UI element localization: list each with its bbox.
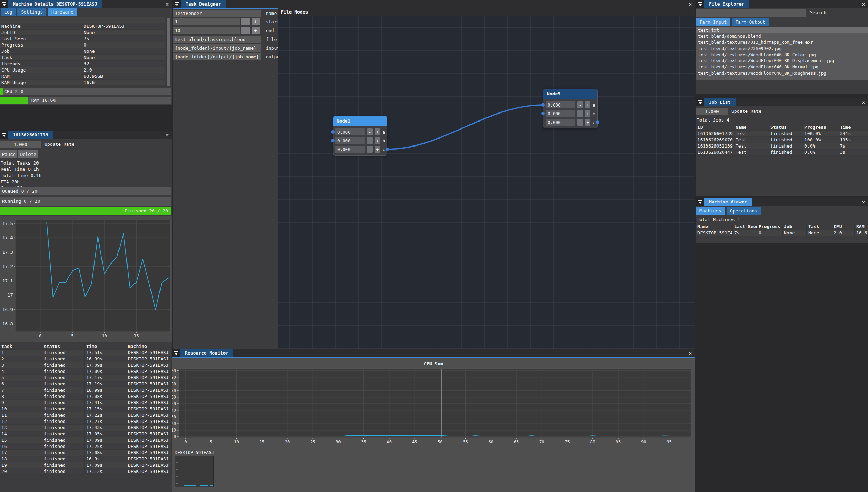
tab-machines[interactable]: Machines: [696, 207, 725, 215]
node-node5[interactable]: Node50.000-+a0.000-+b0.000-+c: [543, 89, 598, 128]
close-icon[interactable]: ✕: [859, 198, 868, 206]
machine-info-row[interactable]: Threads32: [0, 61, 165, 67]
machine-info-row[interactable]: Last Seen7s: [0, 36, 165, 42]
job-row[interactable]: 1613626269070Testfinished100.0%195s: [696, 137, 868, 143]
task-row[interactable]: 11finished17.22sDESKTOP-591EASJ: [0, 412, 172, 418]
panel-title[interactable]: 1613626601739: [8, 131, 53, 139]
file-item[interactable]: test.txt: [696, 27, 868, 33]
node-value-input[interactable]: 0.000: [335, 146, 365, 153]
machine-info-row[interactable]: JobNone: [0, 48, 165, 55]
field-output-input[interactable]: {node_folder}/output/{job_name}: [173, 53, 261, 60]
increment-button[interactable]: +: [585, 110, 591, 117]
increment-button[interactable]: +: [252, 18, 260, 25]
node-value-input[interactable]: 0.000: [546, 119, 575, 126]
node-value-input[interactable]: 0.000: [335, 137, 365, 144]
collapse-icon[interactable]: [696, 98, 704, 106]
update-rate-input[interactable]: 1.000: [0, 141, 41, 148]
search-input[interactable]: [696, 9, 806, 17]
field-name-input[interactable]: TestRender: [173, 10, 261, 17]
node-value-input[interactable]: 0.000: [546, 110, 575, 117]
machine-info-row[interactable]: Progress0: [0, 42, 165, 48]
close-icon[interactable]: ✕: [686, 349, 695, 357]
tab-operations[interactable]: Operations: [727, 207, 761, 215]
field-file-input[interactable]: test_blend/classroom.blend: [173, 36, 261, 43]
machine-row[interactable]: DESKTOP-591EASJ7s0NoneNone2.016.6: [696, 230, 868, 236]
file-item[interactable]: test_blend/dominos.blend: [696, 33, 868, 40]
task-row[interactable]: 12finished17.27sDESKTOP-591EASJ: [0, 418, 172, 425]
file-item[interactable]: test_blend/textures/WoodFloor040_8K_Colo…: [696, 52, 868, 58]
task-row[interactable]: 8finished17.08sDESKTOP-591EASJ: [0, 393, 172, 400]
close-icon[interactable]: ✕: [163, 131, 172, 139]
input-port[interactable]: [331, 139, 335, 142]
pause-button[interactable]: Pause: [0, 150, 17, 158]
machine-info-row[interactable]: [0, 17, 165, 23]
delete-button[interactable]: Delete: [18, 150, 38, 158]
panel-title[interactable]: Machine Viewer: [704, 198, 752, 206]
file-item[interactable]: test_blend/textures/013_hdrmaps_com_free…: [696, 39, 868, 45]
collapse-icon[interactable]: [0, 131, 8, 139]
node-value-input[interactable]: 0.000: [335, 128, 365, 135]
input-port[interactable]: [541, 103, 545, 107]
tab-log[interactable]: Log: [1, 8, 16, 16]
node-node1[interactable]: Node10.000-+a0.000-+b0.000-+c: [333, 116, 387, 156]
increment-button[interactable]: +: [375, 128, 380, 135]
close-icon[interactable]: ✕: [686, 0, 695, 8]
decrement-button[interactable]: -: [241, 27, 250, 34]
task-row[interactable]: 9finished17.41sDESKTOP-591EASJ: [0, 400, 172, 406]
machine-info-row[interactable]: CPU Usage2.0: [0, 67, 165, 73]
panel-title[interactable]: Machine Details DESKTOP-591EASJ: [8, 0, 102, 8]
job-row[interactable]: 1613626020447Testfinished0.0%3s: [696, 149, 868, 156]
increment-button[interactable]: +: [375, 137, 380, 144]
machine-info-row[interactable]: JobIDNone: [0, 30, 165, 36]
file-item[interactable]: test_blend/textures/WoodFloor040_8K_Disp…: [696, 58, 868, 64]
decrement-button[interactable]: -: [577, 110, 583, 117]
task-row[interactable]: 13finished17.43sDESKTOP-591EASJ: [0, 425, 172, 431]
task-row[interactable]: 17finished17.08sDESKTOP-591EASJ: [0, 450, 172, 456]
close-icon[interactable]: ✕: [163, 0, 172, 8]
tab-hardware[interactable]: Hardware: [48, 8, 77, 16]
machine-info-row[interactable]: RAM Usage16.6: [0, 80, 165, 86]
task-row[interactable]: 7finished16.99sDESKTOP-591EASJ: [0, 387, 172, 393]
task-row[interactable]: 10finished17.15sDESKTOP-591EASJ: [0, 406, 172, 412]
field-end-input[interactable]: 10: [173, 27, 240, 34]
tab-farm-output[interactable]: Farm Output: [732, 18, 769, 26]
decrement-button[interactable]: -: [577, 101, 583, 108]
tab-farm-input[interactable]: Farm Input: [696, 18, 730, 26]
collapse-icon[interactable]: [172, 349, 180, 357]
machine-info-row[interactable]: TaskNone: [0, 55, 165, 61]
panel-title[interactable]: Task Designer: [181, 0, 226, 8]
task-row[interactable]: 16finished17.25sDESKTOP-591EASJ: [0, 443, 172, 450]
task-row[interactable]: 19finished17.09sDESKTOP-591EASJ: [0, 462, 172, 468]
panel-title[interactable]: File Explorer: [704, 0, 749, 8]
machine-info-row[interactable]: RAM63.95GB: [0, 73, 165, 80]
task-row[interactable]: 20finished17.12sDESKTOP-591EASJ: [0, 468, 172, 475]
task-row[interactable]: 15finished17.09sDESKTOP-591EASJ: [0, 437, 172, 443]
decrement-button[interactable]: -: [577, 119, 583, 126]
collapse-icon[interactable]: [696, 198, 704, 206]
increment-button[interactable]: +: [375, 146, 380, 153]
task-row[interactable]: 4finished17.09sDESKTOP-591EASJ: [0, 368, 172, 375]
job-row[interactable]: 1613626601739Testfinished100.0%344s: [696, 131, 868, 137]
increment-button[interactable]: +: [585, 119, 591, 126]
collapse-icon[interactable]: [0, 0, 8, 8]
update-rate-input[interactable]: 1.000: [696, 108, 728, 115]
task-row[interactable]: 18finished16.9sDESKTOP-591EASJ: [0, 456, 172, 462]
machine-thumbnail[interactable]: DESKTOP-591EASJ: [173, 450, 216, 491]
decrement-button[interactable]: -: [367, 146, 373, 153]
close-icon[interactable]: ✕: [859, 0, 868, 8]
task-row[interactable]: 6finished17.19sDESKTOP-591EASJ: [0, 381, 172, 387]
increment-button[interactable]: +: [585, 101, 591, 108]
task-row[interactable]: 2finished16.99sDESKTOP-591EASJ: [0, 356, 172, 362]
output-port[interactable]: [386, 148, 389, 151]
close-icon[interactable]: ✕: [859, 98, 868, 106]
collapse-icon[interactable]: [696, 0, 704, 8]
output-port[interactable]: [596, 120, 599, 124]
task-row[interactable]: 5finished17.17sDESKTOP-591EASJ: [0, 375, 172, 381]
task-row[interactable]: 14finished17.05sDESKTOP-591EASJ: [0, 431, 172, 437]
file-item[interactable]: test_blend/textures/WoodFloor040_8K_Norm…: [696, 64, 868, 70]
panel-title[interactable]: Resource Monitor: [180, 349, 233, 357]
decrement-button[interactable]: -: [367, 137, 373, 144]
panel-title[interactable]: Job List: [704, 98, 736, 106]
increment-button[interactable]: +: [252, 27, 260, 34]
collapse-icon[interactable]: [173, 0, 181, 8]
